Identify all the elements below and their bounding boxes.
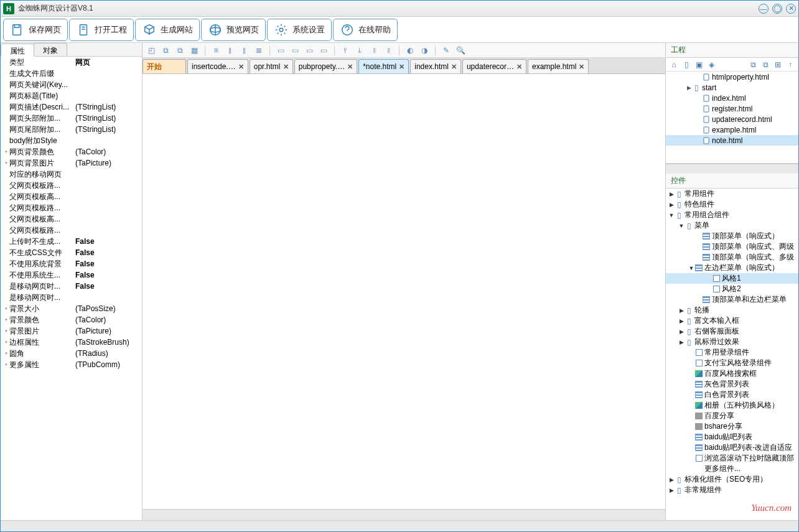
property-row[interactable]: +边框属性(TaStrokeBrush) <box>1 337 142 348</box>
settings-button[interactable]: 系统设置 <box>267 19 332 41</box>
project-tree[interactable]: htmlproperty.html▶▯startindex.htmlregist… <box>666 72 798 164</box>
expand-icon[interactable]: + <box>3 317 9 323</box>
editor-tool-18[interactable]: ⫴ <box>382 45 395 56</box>
expand-icon[interactable]: ▶ <box>668 202 675 208</box>
expand-icon[interactable]: ▶ <box>668 191 675 197</box>
property-value[interactable]: 网页 <box>75 57 142 68</box>
up-icon[interactable]: ↑ <box>785 59 796 70</box>
close-tab-icon[interactable]: ✕ <box>283 63 289 71</box>
control-tree-item[interactable]: bshare分享 <box>666 421 798 432</box>
project-tree-item[interactable]: updaterecord.html <box>666 114 798 124</box>
controls-tree[interactable]: ▶▯常用组件▶▯特色组件▼▯常用组合组件▼▯菜单顶部菜单（响应式）顶部菜单（响应… <box>666 189 798 520</box>
editor-tool-11[interactable]: ▭ <box>289 45 301 56</box>
property-row[interactable]: 父网页模板高... <box>1 191 142 202</box>
expand-icon[interactable]: + <box>3 328 9 334</box>
expand-icon[interactable]: ▶ <box>678 307 685 314</box>
property-row[interactable]: 上传时不生成...False <box>1 236 142 247</box>
file-tab[interactable]: index.html✕ <box>410 59 461 73</box>
file-tab[interactable]: 开始 <box>143 59 186 73</box>
property-row[interactable]: 网页尾部附加...(TStringList) <box>1 124 142 135</box>
property-row[interactable]: +背景图片(TaPicture) <box>1 325 142 337</box>
editor-tool-17[interactable]: ⫴ <box>368 45 380 56</box>
property-value[interactable]: (TRadius) <box>75 349 142 358</box>
property-value[interactable]: (TaColor) <box>75 147 142 156</box>
minimize-button[interactable]: — <box>759 4 769 14</box>
home-icon[interactable]: ⌂ <box>668 59 680 70</box>
property-row[interactable]: 父网页模板高... <box>1 213 142 225</box>
control-tree-item[interactable]: ▶▯右侧客服面板 <box>666 326 798 337</box>
control-tree-item[interactable]: ▶▯特色组件 <box>666 199 798 210</box>
property-row[interactable]: +圆角(TRadius) <box>1 348 142 359</box>
editor-tool-20[interactable]: ◐ <box>404 45 416 56</box>
editor-tool-1[interactable]: ⧉ <box>159 45 172 56</box>
property-row[interactable]: 父网页模板路... <box>1 225 142 236</box>
editor-tool-0[interactable]: ◰ <box>145 45 157 56</box>
property-row[interactable]: +更多属性(TPubComm) <box>1 359 142 370</box>
property-value[interactable]: False <box>75 259 142 268</box>
control-tree-item[interactable]: 百度风格搜索框 <box>666 368 798 379</box>
close-button[interactable]: ✕ <box>786 4 796 14</box>
property-row[interactable]: 网页头部附加...(TStringList) <box>1 113 142 124</box>
editor-tool-8[interactable]: ≣ <box>253 45 265 56</box>
file-tab[interactable]: example.html✕ <box>528 59 589 73</box>
property-row[interactable]: +背景大小(TaPosSize) <box>1 303 142 314</box>
control-tree-item[interactable]: 白色背景列表 <box>666 390 798 400</box>
editor-tool-13[interactable]: ▭ <box>317 45 330 56</box>
design-canvas[interactable] <box>143 74 665 509</box>
expand-icon[interactable]: + <box>3 160 9 166</box>
control-tree-item[interactable]: ▶▯轮播 <box>666 305 798 315</box>
project-tree-item[interactable]: ▶▯start <box>666 82 798 93</box>
paste-icon[interactable]: ⧉ <box>760 59 771 70</box>
control-tree-item[interactable]: 顶部菜单和左边栏菜单 <box>666 294 798 305</box>
copy-icon[interactable]: ⧉ <box>747 59 759 70</box>
property-row[interactable]: 生成文件后缀 <box>1 68 142 79</box>
expand-icon[interactable]: ▼ <box>668 212 675 218</box>
close-tab-icon[interactable]: ✕ <box>579 63 584 71</box>
property-value[interactable]: (TaColor) <box>75 315 142 324</box>
file-tab[interactable]: opr.html✕ <box>250 59 293 73</box>
project-tree-item[interactable]: index.html <box>666 93 798 103</box>
property-value[interactable]: False <box>75 271 142 279</box>
open-button[interactable]: 打开工程 <box>69 19 134 41</box>
property-row[interactable]: 父网页模板路... <box>1 180 142 191</box>
control-tree-item[interactable]: baidu贴吧列表 <box>666 432 798 442</box>
file-tab[interactable]: insertcode.…✕ <box>187 59 248 73</box>
editor-tool-10[interactable]: ▭ <box>274 45 287 56</box>
control-tree-item[interactable]: ▼左边栏菜单（响应式） <box>666 263 798 273</box>
property-row[interactable]: +网页背景颜色(TaColor) <box>1 146 142 157</box>
gen-button[interactable]: 生成网站 <box>135 19 200 41</box>
cube-icon[interactable]: ▣ <box>693 59 704 70</box>
property-value[interactable]: (TaStrokeBrush) <box>75 338 142 347</box>
editor-tool-3[interactable]: ▦ <box>188 45 200 56</box>
property-value[interactable]: (TaPosSize) <box>75 304 142 313</box>
property-row[interactable]: 类型网页 <box>1 57 142 68</box>
expand-icon[interactable]: + <box>3 350 9 357</box>
editor-tool-12[interactable]: ▭ <box>303 45 315 56</box>
control-tree-item[interactable]: ▶▯鼠标滑过效果 <box>666 337 798 347</box>
property-row[interactable]: 不使用系统背景False <box>1 258 142 269</box>
project-tree-item[interactable]: note.html <box>666 135 798 146</box>
file-tab[interactable]: pubpropety.…✕ <box>294 59 358 73</box>
control-tree-item[interactable]: ▶▯富文本输入框 <box>666 315 798 326</box>
bottom-scrollbar[interactable] <box>1 520 798 531</box>
close-tab-icon[interactable]: ✕ <box>451 63 457 71</box>
expand-icon[interactable]: ▶ <box>678 329 685 335</box>
tab-objects[interactable]: 对象 <box>34 43 67 56</box>
expand-icon[interactable]: ▶ <box>686 85 692 91</box>
project-tree-item[interactable]: htmlproperty.html <box>666 72 798 82</box>
expand-icon[interactable]: ▼ <box>678 223 685 229</box>
property-row[interactable]: 网页标题(Title) <box>1 90 142 101</box>
property-row[interactable]: +背景颜色(TaColor) <box>1 314 142 325</box>
expand-icon[interactable]: + <box>3 306 9 312</box>
preview-button[interactable]: 预览网页 <box>201 19 266 41</box>
save-button[interactable]: 保存网页 <box>3 19 68 41</box>
maximize-button[interactable]: ◯ <box>772 4 782 14</box>
control-tree-item[interactable]: 更多组件... <box>666 464 798 474</box>
new-icon[interactable]: ⊞ <box>772 59 783 70</box>
property-value[interactable]: (TaPicture) <box>75 327 142 335</box>
property-row[interactable]: 是移动网页时...False <box>1 281 142 292</box>
editor-tool-5[interactable]: ≡ <box>210 45 222 56</box>
property-value[interactable]: (TaPicture) <box>75 159 142 167</box>
property-row[interactable]: 网页描述(Descri...(TStringList) <box>1 101 142 113</box>
expand-icon[interactable]: ▶ <box>668 477 675 483</box>
